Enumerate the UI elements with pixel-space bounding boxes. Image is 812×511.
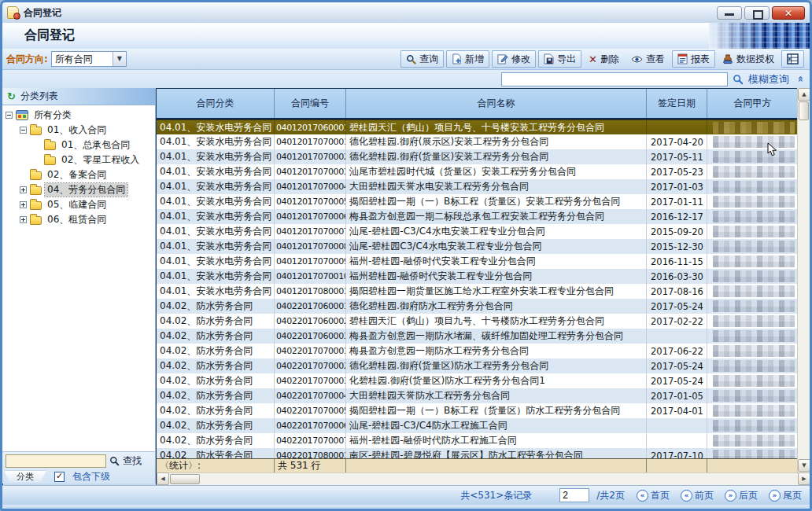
cell-col3: 2017-05-23: [647, 164, 707, 179]
table-row[interactable]: 04.01、安装水电劳务合同04012017070008汕尾-碧桂园C3/C4水…: [157, 239, 798, 254]
table-row[interactable]: 04.01、安装水电劳务合同04012017070006梅县盈方创意园一期二标段…: [157, 209, 798, 224]
tree-item[interactable]: 所有分类: [2, 108, 155, 123]
cell-col1: 04022017070005: [275, 403, 346, 418]
cell-col0: 04.01、安装水电劳务合同: [157, 284, 275, 299]
contract-direction-select[interactable]: 所有合同 ▼: [51, 51, 127, 67]
table-row[interactable]: 04.02、防水劳务合同04022017080001南区-碧桂园-碧晟悦府【展示…: [157, 448, 798, 458]
refresh-icon[interactable]: ↻: [7, 90, 16, 102]
filter-toolbar-row: 合同方向: 所有合同 ▼ 查询新增修改导出✕删除查看报表数据授权: [2, 49, 810, 70]
table-row[interactable]: 04.01、安装水电劳务合同04012017070004大田碧桂园天誉水电安装工…: [157, 179, 798, 194]
horizontal-scrollbar[interactable]: ◀ ▶: [157, 472, 810, 485]
table-row[interactable]: 04.01、安装水电劳务合同04012017060001碧桂园天汇（鹤山）项目九…: [157, 119, 798, 134]
close-button[interactable]: [772, 6, 805, 20]
cell-col2: 汕尾-碧桂园-C3/C4防水工程施工合同: [346, 418, 647, 433]
redacted-party-cell: [713, 300, 795, 312]
pagination-last-page[interactable]: »尾页: [769, 489, 802, 502]
table-row[interactable]: 04.01、安装水电劳务合同04012017070009福州-碧桂园-融侨时代安…: [157, 254, 798, 269]
table-row[interactable]: 04.02、防水劳务合同04022017070005揭阳碧桂园一期（一）B标工程…: [157, 403, 798, 418]
category-list-title: 分类列表: [20, 90, 58, 103]
expand-icon[interactable]: [20, 186, 27, 193]
toolbar-button-delete[interactable]: ✕删除: [584, 50, 624, 68]
tree-item[interactable]: 01、收入合同: [2, 123, 155, 138]
table-row[interactable]: 04.02、防水劳务合同04022017070004大田碧桂园天誉防水工程劳务分…: [157, 388, 798, 403]
tree-item[interactable]: 02、备案合同: [2, 167, 155, 182]
cell-col3: 2017-01-03: [647, 179, 707, 194]
table-row[interactable]: 04.01、安装水电劳务合同04012017080001揭阳碧桂园一期货量区施工…: [157, 284, 798, 299]
column-header-2[interactable]: 合同名称: [346, 89, 647, 118]
restore-button[interactable]: [744, 6, 770, 20]
tree-item[interactable]: 04、劳务分包合同: [2, 182, 155, 197]
include-sub-checkbox[interactable]: [54, 472, 65, 482]
page-number-input[interactable]: [559, 488, 589, 502]
grid-icon[interactable]: [781, 50, 804, 68]
toolbar-button-export[interactable]: 导出: [538, 50, 581, 68]
pagination-next-page[interactable]: »后页: [725, 489, 758, 502]
cell-col1: 04012017080001: [275, 284, 346, 299]
table-row[interactable]: 04.02、防水劳务合同04022017070002德化碧桂园.御府(货量区)防…: [157, 358, 798, 373]
table-row[interactable]: 04.02、防水劳务合同04022017070007福州-碧桂园-融侨时代防水工…: [157, 433, 798, 448]
table-row[interactable]: 04.01、安装水电劳务合同04012017070007汕尾-碧桂园-C3/C4…: [157, 224, 798, 239]
toolbar-button-report[interactable]: 报表: [672, 50, 715, 68]
table-row[interactable]: 04.02、防水劳务合同04022017060003梅县盈方创意园一期防水堵漏、…: [157, 329, 798, 344]
toolbar-button-label: 导出: [557, 53, 576, 66]
column-header-3[interactable]: 签定日期: [647, 89, 707, 118]
scroll-left-icon[interactable]: ◀: [157, 472, 169, 485]
toolbar-button-new-doc[interactable]: 新增: [446, 50, 489, 68]
toolbar-button-edit[interactable]: 修改: [492, 50, 536, 68]
tree-item-label: 所有分类: [31, 108, 74, 122]
cell-col2: 揭阳碧桂园一期货量区施工给水工程室外安装工程专业分包合同: [346, 284, 647, 299]
tree-item[interactable]: 05、临建合同: [2, 197, 155, 212]
expand-icon[interactable]: [20, 216, 27, 223]
pagination-first-page[interactable]: «首页: [637, 489, 670, 502]
scroll-down-icon[interactable]: ▼: [798, 459, 810, 472]
fuzzy-search-input[interactable]: [501, 72, 728, 86]
table-row[interactable]: 04.01、安装水电劳务合同04012017070002德化碧桂园.御府(货量区…: [157, 149, 798, 164]
find-button[interactable]: 查找: [123, 454, 142, 468]
fuzzy-search-button[interactable]: 模糊查询: [748, 72, 789, 86]
horizontal-scroll-thumb[interactable]: [170, 474, 200, 484]
toolbar-button-search[interactable]: 查询: [400, 50, 444, 68]
vertical-scrollbar[interactable]: ▲ ▼: [797, 88, 810, 472]
tree-item[interactable]: 06、租赁合同: [2, 212, 155, 227]
collapse-icon[interactable]: [20, 127, 27, 134]
tab-category[interactable]: 分类: [4, 471, 46, 483]
cell-col4: [707, 433, 798, 448]
pagination-prev-page[interactable]: «前页: [681, 489, 714, 502]
tree-item[interactable]: 02、零星工程收入: [2, 153, 155, 167]
table-row[interactable]: 04.02、防水劳务合同04022017060002碧桂园天汇（鹤山）项目九号、…: [157, 314, 798, 329]
tree-item[interactable]: 01、总承包合同: [2, 138, 155, 153]
table-row[interactable]: 04.01、安装水电劳务合同04012017070005揭阳碧桂园一期（一）B标…: [157, 194, 798, 209]
building-graphic: [709, 23, 810, 49]
table-row[interactable]: 04.02、防水劳务合同04022017060001德化碧桂园.御府防水工程劳务…: [157, 299, 798, 314]
table-row[interactable]: 04.02、防水劳务合同04022017070001梅县盈方创意园一期防水工程劳…: [157, 344, 798, 358]
collapse-icon[interactable]: [6, 112, 13, 119]
table-row[interactable]: 04.01、安装水电劳务合同04012017070003汕尾市碧桂园时代城（货量…: [157, 164, 798, 179]
contract-grid: 合同分类合同编号合同名称签定日期合同甲方 04.01、安装水电劳务合同04012…: [156, 88, 810, 485]
redacted-party-cell: [713, 196, 795, 208]
toolbar-button-authorize[interactable]: 数据授权: [718, 50, 779, 68]
contract-direction-label: 合同方向:: [6, 53, 48, 66]
cell-col4: [707, 254, 798, 269]
column-header-0[interactable]: 合同分类: [157, 89, 275, 118]
expand-icon[interactable]: [20, 201, 27, 208]
scroll-right-icon[interactable]: ▶: [798, 472, 810, 485]
redacted-party-cell: [713, 166, 795, 178]
chevron-down-icon[interactable]: ▼: [113, 52, 126, 66]
redacted-party-cell: [713, 122, 795, 134]
stats-label: 〈统计〉:: [157, 459, 275, 472]
toolbar-button-view[interactable]: 查看: [626, 50, 670, 68]
minimize-button[interactable]: [717, 6, 742, 20]
cell-col0: 04.01、安装水电劳务合同: [157, 209, 275, 224]
redacted-party-cell: [713, 315, 795, 327]
column-header-4[interactable]: 合同甲方: [707, 89, 798, 118]
table-row[interactable]: 04.02、防水劳务合同04022017070003化碧桂园.御府(货量区)防水…: [157, 373, 798, 388]
collapse-up-icon[interactable]: »: [794, 74, 806, 85]
column-header-1[interactable]: 合同编号: [275, 89, 346, 118]
table-row[interactable]: 04.01、安装水电劳务合同04012017070001德化碧桂园.御府(展示区…: [157, 134, 798, 149]
cell-col2: 梅县盈方创意园一期二标段总承包工程安装工程劳务分包合同: [346, 209, 647, 224]
category-find-input[interactable]: [6, 454, 106, 468]
table-row[interactable]: 04.02、防水劳务合同04022017070006汕尾-碧桂园-C3/C4防水…: [157, 418, 798, 433]
table-row[interactable]: 04.01、安装水电劳务合同04012017070010福州碧桂园-融侨时代安装…: [157, 269, 798, 284]
scroll-up-icon[interactable]: ▲: [798, 88, 810, 101]
vertical-scroll-thumb[interactable]: [799, 101, 809, 120]
